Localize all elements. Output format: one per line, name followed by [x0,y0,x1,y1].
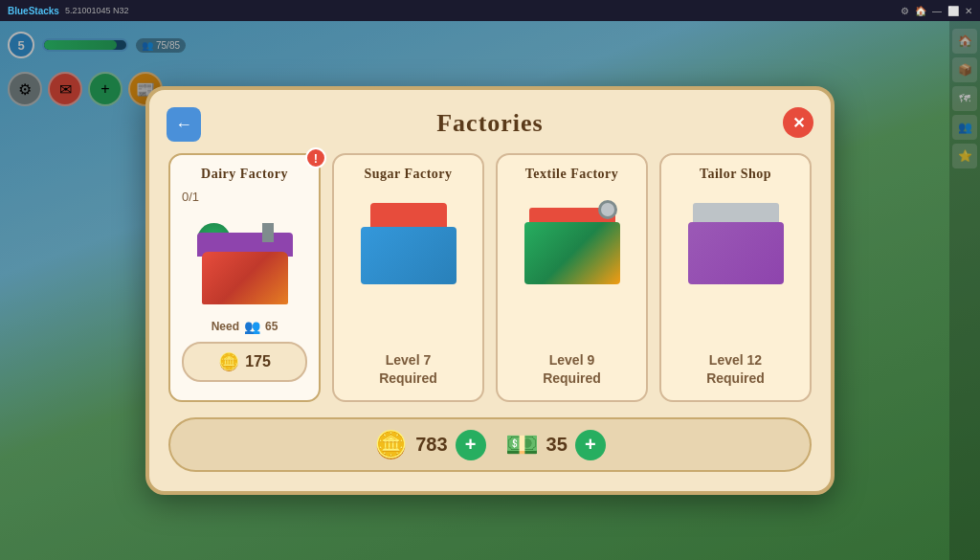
dairy-buy-button[interactable]: 🪙 175 [182,342,307,382]
dairy-chimney [262,223,274,242]
sugar-title: Sugar Factory [364,167,452,182]
textile-level-required: Level 9Required [543,344,601,389]
modal-overlay: ← Factories ✕ ! Dairy Factory 0/1 [0,21,980,560]
sugar-level-required: Level 7Required [379,344,437,389]
coin-icon: 🪙 [218,351,239,372]
sugar-building [356,198,461,284]
sugar-base [361,227,457,284]
add-bills-button[interactable]: + [575,430,606,460]
textile-image [515,193,630,289]
tailor-title: Tailor Shop [700,167,771,182]
coins-item: 🪙 783 + [374,429,485,460]
bs-icon-2[interactable]: 🏠 [915,6,926,16]
back-icon: ← [175,115,192,135]
factories-dialog: ← Factories ✕ ! Dairy Factory 0/1 [145,86,835,495]
factory-card-tailor: Tailor Shop Level 12Required [659,153,812,402]
dairy-price: 175 [245,353,271,370]
dairy-building [192,218,298,304]
close-button[interactable]: ✕ [783,107,813,138]
back-button[interactable]: ← [167,107,201,142]
bs-icon-5[interactable]: ✕ [965,6,972,16]
close-icon: ✕ [792,114,805,132]
bs-icons: ⚙ 🏠 — ⬜ ✕ [901,6,972,16]
tailor-building [683,198,789,284]
bs-icon-3[interactable]: — [932,6,942,16]
dairy-need-row: Need 👥 65 [212,319,278,334]
bills-value: 35 [546,434,568,456]
bs-icon-4[interactable]: ⬜ [947,6,959,16]
factory-card-sugar: Sugar Factory Level 7Required [332,153,484,402]
bs-icon-1[interactable]: ⚙ [901,6,909,16]
dairy-image [188,213,302,309]
currency-bar: 🪙 783 + 💵 35 + [168,417,812,472]
dairy-base [202,252,288,304]
textile-base [524,222,620,284]
textile-satellite [598,200,617,219]
alert-badge-dairy: ! [305,147,326,168]
factory-card-dairy: ! Dairy Factory 0/1 Need 👥 65 [168,153,321,402]
tailor-base [688,222,784,284]
add-coins-button[interactable]: + [456,430,486,460]
factory-card-textile: Textile Factory Level 9Required [496,153,648,402]
bluestacks-bar: BlueStacks 5.21001045 N32 ⚙ 🏠 — ⬜ ✕ [0,0,980,21]
dairy-count: 0/1 [182,190,199,204]
factory-grid: ! Dairy Factory 0/1 Need 👥 65 [168,153,812,402]
textile-building [520,198,625,284]
bs-version: 5.21001045 N32 [65,6,129,15]
dialog-title: Factories [168,109,812,138]
coins-value: 783 [415,434,447,456]
textile-title: Textile Factory [525,167,619,182]
dairy-need-value: 65 [265,320,278,333]
coins-icon: 🪙 [374,429,408,460]
need-label: Need [212,320,239,333]
dairy-title: Dairy Factory [201,167,288,182]
people-icon: 👥 [244,319,260,334]
bills-icon: 💵 [505,429,539,460]
bs-logo: BlueStacks [8,6,59,16]
bills-item: 💵 35 + [505,429,606,460]
tailor-image [679,193,793,289]
sugar-image [351,193,466,289]
tailor-level-required: Level 12Required [706,344,765,389]
